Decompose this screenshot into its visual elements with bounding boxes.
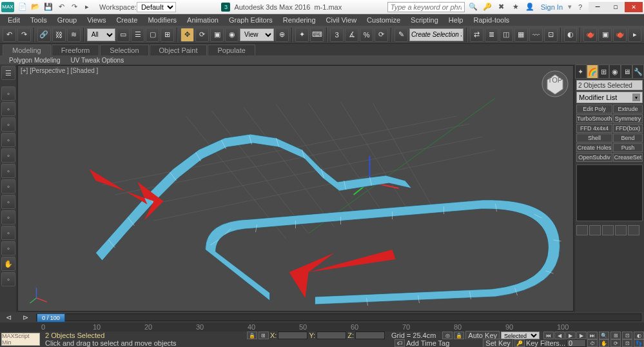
menu-civilview[interactable]: Civil View xyxy=(321,14,362,26)
user-icon[interactable]: 👤 xyxy=(524,2,536,12)
scene-explorer-icon[interactable]: ☰ xyxy=(1,66,15,80)
lt-btn-11[interactable]: ◦ xyxy=(1,241,15,255)
curve-editor-button[interactable]: 〰 xyxy=(529,28,543,42)
snap-toggle-button[interactable]: 3 xyxy=(330,28,344,42)
named-selection-set[interactable] xyxy=(409,28,463,41)
menu-modifiers[interactable]: Modifiers xyxy=(142,14,182,26)
absolute-mode-icon[interactable]: ⊞ xyxy=(259,332,269,339)
redo-button[interactable]: ↷ xyxy=(17,28,31,42)
select-region-button[interactable]: ▢ xyxy=(146,28,159,42)
new-icon[interactable]: 📄 xyxy=(17,2,28,12)
bind-spacewarp-button[interactable]: ≋ xyxy=(67,28,81,42)
schematic-view-button[interactable]: ⊡ xyxy=(544,28,558,42)
make-unique-icon[interactable] xyxy=(602,225,614,235)
infocenter-icon[interactable]: 🔍 xyxy=(467,2,479,12)
redo-icon[interactable]: ↷ xyxy=(68,2,80,12)
mod-ffdbox[interactable]: FFD(box) xyxy=(613,124,643,133)
menu-grapheditors[interactable]: Graph Editors xyxy=(224,14,278,26)
link-button[interactable]: 🔗 xyxy=(37,28,51,42)
help-icon[interactable]: ? xyxy=(574,2,586,12)
viewport-label[interactable]: [+] [Perspective ] [Shaded ] xyxy=(21,67,98,74)
mod-push[interactable]: Push xyxy=(613,143,643,152)
time-tag-icon[interactable]: 🏷 xyxy=(395,339,405,347)
layer-explorer-button[interactable]: ◫ xyxy=(500,28,513,42)
mod-ffd4[interactable]: FFD 4x4x4 xyxy=(576,124,612,133)
project-icon[interactable]: ▸ xyxy=(81,2,93,12)
subscription-icon[interactable]: 🔑 xyxy=(482,2,493,12)
modifier-stack[interactable] xyxy=(576,164,643,221)
tab-populate[interactable]: Populate xyxy=(208,45,255,55)
time-slider-thumb[interactable]: 0 / 100 xyxy=(37,313,65,322)
lt-btn-9[interactable]: ◦ xyxy=(1,210,15,224)
workspace-select[interactable]: Default xyxy=(137,2,176,12)
favorites-icon[interactable]: ★ xyxy=(510,2,522,12)
material-editor-button[interactable]: ◐ xyxy=(564,28,578,42)
signin-link[interactable]: Sign In xyxy=(541,3,563,11)
z-field[interactable] xyxy=(355,332,385,339)
time-config-icon-2[interactable]: ⊳ xyxy=(17,313,34,322)
ref-coord-system[interactable]: View xyxy=(240,28,274,41)
tab-modeling[interactable]: Modeling xyxy=(3,45,51,55)
save-icon[interactable]: 💾 xyxy=(43,2,54,12)
ribbon-uv-tweak[interactable]: UV Tweak Options xyxy=(66,57,130,64)
search-input[interactable] xyxy=(387,2,465,12)
lt-btn-2[interactable]: ◦ xyxy=(1,102,15,116)
pin-stack-icon[interactable] xyxy=(576,225,588,235)
menu-create[interactable]: Create xyxy=(111,14,142,26)
tab-objectpaint[interactable]: Object Paint xyxy=(150,45,208,55)
undo-icon[interactable]: ↶ xyxy=(55,2,67,12)
menu-tools[interactable]: Tools xyxy=(25,14,52,26)
utilities-tab-icon[interactable]: 🔧 xyxy=(632,64,644,79)
add-time-tag[interactable]: Add Time Tag xyxy=(406,339,449,347)
lt-btn-1[interactable]: ◦ xyxy=(1,86,15,101)
select-rotate-button[interactable]: ⟳ xyxy=(195,28,209,42)
hierarchy-tab-icon[interactable]: ⊞ xyxy=(598,64,610,79)
signin-dropdown-icon[interactable]: ▾ xyxy=(568,3,572,11)
maxscript-listener-button[interactable]: MAXScript Min xyxy=(1,333,40,346)
menu-customize[interactable]: Customize xyxy=(362,14,405,26)
pan-icon[interactable]: ✋ xyxy=(1,257,15,271)
exchange-icon[interactable]: ✖ xyxy=(496,2,507,12)
motion-tab-icon[interactable]: ◉ xyxy=(609,64,621,79)
key-filters[interactable]: Key Filters... xyxy=(526,339,565,347)
configure-sets-icon[interactable] xyxy=(628,225,639,235)
mod-editpoly[interactable]: Edit Poly xyxy=(576,104,612,114)
time-config-icon[interactable]: ⊲ xyxy=(0,313,17,322)
time-config-button[interactable]: ⏱ xyxy=(587,339,598,347)
mod-shell[interactable]: Shell xyxy=(576,134,612,143)
angle-snap-button[interactable]: ∡ xyxy=(345,28,358,42)
spinner-snap-button[interactable]: ⟳ xyxy=(375,28,388,42)
lt-btn-4[interactable]: ◦ xyxy=(1,133,15,147)
key-mode-icon[interactable]: 🔑 xyxy=(514,339,525,347)
menu-edit[interactable]: Edit xyxy=(3,14,25,26)
menu-animation[interactable]: Animation xyxy=(182,14,224,26)
close-button[interactable]: ✕ xyxy=(625,2,643,12)
render-iterative-button[interactable]: ▸ xyxy=(628,28,641,42)
select-move-button[interactable]: ✥ xyxy=(181,28,194,42)
undo-button[interactable]: ↶ xyxy=(3,28,16,42)
open-icon[interactable]: 📂 xyxy=(30,2,41,12)
app-icon[interactable]: MAX xyxy=(1,2,14,12)
nav-orbit-icon[interactable]: ⟳ xyxy=(610,339,621,347)
show-end-result-icon[interactable] xyxy=(589,225,601,235)
nav-pan-icon[interactable]: ✋ xyxy=(599,339,609,347)
pivot-center-button[interactable]: ⊕ xyxy=(275,28,289,42)
align-button[interactable]: ≣ xyxy=(485,28,498,42)
display-tab-icon[interactable]: 🖥 xyxy=(621,64,632,79)
select-place-button[interactable]: ◉ xyxy=(225,28,239,42)
ribbon-polygon-modeling[interactable]: Polygon Modeling xyxy=(4,57,66,64)
track-bar[interactable]: 0 10 20 30 40 50 60 70 80 90 100 xyxy=(0,322,644,332)
render-production-button[interactable]: 🫖 xyxy=(613,28,627,42)
setkey-button[interactable]: Set Key xyxy=(483,339,513,347)
toggle-ribbon-button[interactable]: ▦ xyxy=(514,28,528,42)
select-by-name-button[interactable]: ☰ xyxy=(131,28,144,42)
current-frame-field[interactable] xyxy=(567,339,586,347)
modifier-list-dropdown[interactable]: Modifier List ▾ xyxy=(576,92,643,103)
maximize-button[interactable]: ☐ xyxy=(607,2,625,12)
menu-group[interactable]: Group xyxy=(52,14,83,26)
viewcube-icon[interactable]: TOP xyxy=(541,70,569,98)
lt-btn-6[interactable]: ◦ xyxy=(1,164,15,178)
lock-selection-icon[interactable]: 🔒 xyxy=(247,332,257,339)
object-name-field[interactable]: 2 Objects Selected xyxy=(576,80,643,90)
menu-rapidtools[interactable]: Rapid-tools xyxy=(468,14,514,26)
